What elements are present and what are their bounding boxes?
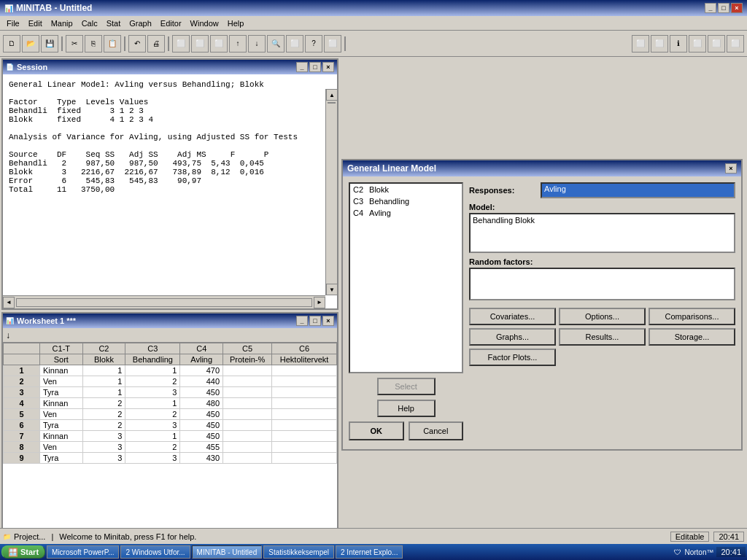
table-row[interactable]: 6Tyra23450 [4,420,337,431]
cell-sort[interactable]: Kinnan [40,398,83,409]
cell-hekto[interactable] [272,387,337,398]
cell-avling[interactable]: 440 [180,376,223,387]
cell-avling[interactable]: 470 [180,365,223,376]
menu-file[interactable]: File [3,18,23,28]
cell-protein[interactable] [223,365,272,376]
tb15[interactable]: ⬜ [727,35,744,52]
cell-behandling[interactable]: 1 [125,365,180,376]
cell-hekto[interactable] [272,398,337,409]
cell-avling[interactable]: 480 [180,398,223,409]
cell-behandling[interactable]: 2 [125,376,180,387]
taskbar-item-0[interactable]: Microsoft PowerP... [47,545,119,559]
cell-sort[interactable]: Ven [40,376,83,387]
cell-hekto[interactable] [272,409,337,420]
close-button[interactable]: × [731,3,743,13]
cell-sort[interactable]: Kinnan [40,431,83,442]
select-button[interactable]: Select [377,378,436,395]
cell-protein[interactable] [223,409,272,420]
responses-input[interactable]: Avling [541,182,735,198]
tb9[interactable]: ⬜ [324,35,341,52]
tb7[interactable]: ⬜ [286,35,303,52]
undo-button[interactable]: ↶ [128,35,146,52]
tb4[interactable]: ↑ [229,35,247,52]
options-button[interactable]: Options... [559,308,646,325]
cell-blokk[interactable]: 1 [82,365,125,376]
cell-behandling[interactable]: 2 [125,409,180,420]
cell-avling[interactable]: 450 [180,420,223,431]
menu-window[interactable]: Window [187,18,222,28]
cell-behandling[interactable]: 2 [125,442,180,453]
cell-blokk[interactable]: 1 [82,376,125,387]
session-scrollbar-v[interactable]: ▲ ▼ [325,89,337,295]
cell-blokk[interactable]: 2 [82,409,125,420]
tb3[interactable]: ⬜ [210,35,228,52]
cell-blokk[interactable]: 1 [82,387,125,398]
cell-protein[interactable] [223,376,272,387]
menu-calc[interactable]: Calc [78,18,101,28]
table-row[interactable]: 1Kinnan11470 [4,365,337,376]
cell-sort[interactable]: Ven [40,442,83,453]
cell-protein[interactable] [223,431,272,442]
help-button[interactable]: ? [305,35,322,52]
storage-button[interactable]: Storage... [649,328,735,346]
cell-sort[interactable]: Kinnan [40,365,83,376]
cell-avling[interactable]: 455 [180,442,223,453]
list-item-behandling[interactable]: C3 Behandling [350,195,462,207]
cell-protein[interactable] [223,420,272,431]
ws-maximize[interactable]: □ [309,316,321,326]
tb10[interactable]: ⬜ [632,35,649,52]
print-button[interactable]: 🖨 [147,35,165,52]
table-row[interactable]: 2Ven12440 [4,376,337,387]
list-item-avling[interactable]: C4 Avling [350,207,462,219]
table-row[interactable]: 9Tyra33430 [4,453,337,464]
cell-avling[interactable]: 450 [180,387,223,398]
factor-plots-button[interactable]: Factor Plots... [469,349,556,366]
cell-hekto[interactable] [272,365,337,376]
cell-blokk[interactable]: 3 [82,442,125,453]
menu-manip[interactable]: Manip [47,18,77,28]
menu-editor[interactable]: Editor [157,18,185,28]
cut-button[interactable]: ✂ [66,35,83,52]
session-minimize[interactable]: _ [296,62,308,72]
scroll-right-btn[interactable]: ► [314,297,325,308]
table-row[interactable]: 8Ven32455 [4,442,337,453]
cell-sort[interactable]: Ven [40,409,83,420]
taskbar-item-4[interactable]: 2 Internet Explo... [336,545,403,559]
cell-behandling[interactable]: 3 [125,420,180,431]
scroll-down-btn[interactable]: ▼ [326,284,338,295]
menu-edit[interactable]: Edit [25,18,46,28]
minimize-button[interactable]: _ [705,3,716,13]
cell-hekto[interactable] [272,420,337,431]
comparisons-button[interactable]: Comparisons... [649,308,735,325]
paste-button[interactable]: 📋 [104,35,121,52]
model-textarea[interactable]: Behandling Blokk [469,213,735,253]
tb14[interactable]: ⬜ [708,35,725,52]
cell-blokk[interactable]: 3 [82,453,125,464]
save-button[interactable]: 💾 [41,35,58,52]
cell-hekto[interactable] [272,376,337,387]
ok-button[interactable]: OK [349,421,404,440]
scroll-up-btn[interactable]: ▲ [326,89,338,101]
menu-help[interactable]: Help [224,18,248,28]
cell-avling[interactable]: 450 [180,431,223,442]
new-button[interactable]: 🗋 [3,35,20,52]
table-row[interactable]: 7Kinnan31450 [4,431,337,442]
cell-hekto[interactable] [272,442,337,453]
cell-protein[interactable] [223,453,272,464]
taskbar-item-2[interactable]: MINITAB - Untitled [192,545,263,559]
cell-sort[interactable]: Tyra [40,387,83,398]
help-button-dialog[interactable]: Help [377,400,436,417]
dialog-close-button[interactable]: × [725,163,737,174]
cell-sort[interactable]: Tyra [40,453,83,464]
ws-minimize[interactable]: _ [296,316,308,326]
cancel-button[interactable]: Cancel [409,421,464,440]
tb13[interactable]: ⬜ [689,35,706,52]
random-factors-input[interactable] [469,268,735,300]
taskbar-item-1[interactable]: 2 Windows Utfor... [120,545,190,559]
tb5[interactable]: ↓ [248,35,266,52]
cell-behandling[interactable]: 3 [125,387,180,398]
cell-blokk[interactable]: 2 [82,398,125,409]
table-row[interactable]: 3Tyra13450 [4,387,337,398]
session-close[interactable]: × [322,62,334,72]
cell-sort[interactable]: Tyra [40,420,83,431]
